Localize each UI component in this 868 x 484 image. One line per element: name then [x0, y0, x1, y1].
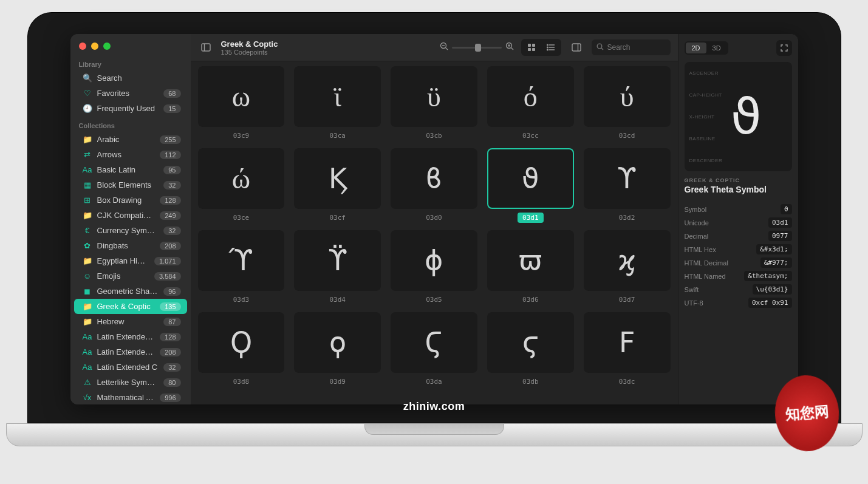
meta-key: Unicode — [685, 219, 709, 227]
folder-icon: ▦ — [83, 180, 92, 189]
sidebar-item-dingbats[interactable]: ✿ Dingbats 208 — [74, 238, 187, 253]
glyph-grid-container[interactable]: ω 03c9ϊ 03caϋ 03cbό 03ccύ 03cdώ 03ceϏ 03… — [191, 61, 678, 404]
sidebar-item-cjk-compatibility[interactable]: 📁 CJK Compatibility 249 — [74, 208, 187, 223]
glyph-tile[interactable]: ϙ — [294, 312, 381, 373]
zoom-slider[interactable] — [440, 42, 514, 53]
glyph-tile[interactable]: ϋ — [391, 66, 477, 127]
close-button[interactable] — [79, 43, 86, 50]
glyph-tile[interactable]: ϗ — [584, 230, 671, 291]
glyph-tile[interactable]: Ϝ — [584, 312, 671, 373]
search-box[interactable] — [592, 39, 671, 55]
glyph-tile[interactable]: ϊ — [294, 66, 381, 127]
list-view-button[interactable] — [542, 40, 560, 55]
sidebar-item-basic-latin[interactable]: Aa Basic Latin 95 — [74, 162, 187, 177]
folder-icon: € — [83, 226, 92, 235]
sidebar-item-box-drawing[interactable]: ⊞ Box Drawing 128 — [74, 193, 187, 208]
glyph-code: 03d4 — [324, 295, 350, 305]
preview-mode-segment: 2D 3D — [685, 41, 728, 55]
glyph-code: 03ca — [324, 131, 350, 141]
glyph-tile[interactable]: ω — [198, 66, 285, 127]
toolbar-title: Greek & Coptic 135 Codepoints — [221, 39, 278, 56]
glyph-tile[interactable]: ό — [487, 66, 574, 127]
preview-glyph: ϑ — [731, 87, 762, 146]
zoom-in-icon[interactable] — [505, 42, 514, 53]
meta-key: HTML Named — [685, 273, 726, 280]
meta-value[interactable]: 0xcf 0x91 — [748, 298, 792, 308]
preview-3d-button[interactable]: 3D — [706, 43, 727, 53]
glyph-tile[interactable]: ϐ — [391, 148, 477, 209]
sidebar-item-favorites[interactable]: ♡ Favorites 68 — [74, 86, 187, 101]
glyph-tile[interactable]: ϒ — [584, 148, 671, 209]
grid-view-button[interactable] — [522, 40, 541, 55]
glyph-code: 03dc — [614, 377, 640, 387]
sidebar-item-badge: 255 — [160, 135, 180, 144]
maximize-button[interactable] — [103, 43, 111, 50]
sidebar-item-label: CJK Compatibility — [97, 211, 155, 220]
sidebar-item-letterlike-symbols[interactable]: ⚠ Letterlike Symbols 80 — [74, 375, 187, 390]
sidebar-item-badge: 208 — [160, 348, 180, 356]
sidebar-item-mathematical-alphanu-[interactable]: √x Mathematical Alphanu… 996 — [74, 390, 187, 404]
laptop-base — [6, 423, 863, 446]
sidebar-item-arrows[interactable]: ⇄ Arrows 112 — [74, 147, 187, 162]
subtitle-text: 135 Codepoints — [221, 49, 278, 56]
minimize-button[interactable] — [91, 43, 98, 50]
watermark-text: zhiniw.com — [403, 400, 465, 413]
glyph-tile[interactable]: ύ — [584, 66, 671, 127]
glyph-tile[interactable]: ϑ — [487, 148, 574, 209]
sidebar-item-latin-extended-b[interactable]: Aa Latin Extended B 208 — [74, 344, 187, 360]
preview-2d-button[interactable]: 2D — [686, 43, 706, 53]
metric-label: CAP-HEIGHT — [689, 92, 723, 98]
meta-value[interactable]: 03d1 — [768, 217, 792, 228]
sidebar-icon: ♡ — [83, 89, 92, 98]
sidebar-item-arabic[interactable]: 📁 Arabic 255 — [74, 132, 187, 147]
toggle-sidebar-button[interactable] — [198, 39, 214, 55]
sidebar-item-block-elements[interactable]: ▦ Block Elements 32 — [74, 177, 187, 193]
meta-row: Swift \u{03d1} — [685, 284, 792, 295]
sidebar-item-latin-extended-c[interactable]: Aa Latin Extended C 32 — [74, 360, 187, 375]
slider-thumb[interactable] — [475, 44, 481, 52]
sidebar-item-emojis[interactable]: ☺ Emojis 3.584 — [74, 268, 187, 284]
sidebar-item-badge: 32 — [163, 181, 180, 189]
sidebar-item-egyptian-hieroglyphs[interactable]: 📁 Egyptian Hieroglyphs 1.071 — [74, 253, 187, 268]
sidebar-item-search[interactable]: 🔍 Search — [74, 70, 187, 86]
glyph-tile[interactable]: ϕ — [391, 230, 477, 291]
folder-icon: ☺ — [83, 271, 92, 281]
glyph-tile[interactable]: ϓ — [198, 230, 285, 291]
glyph-tile[interactable]: Ϛ — [391, 312, 477, 373]
glyph-tile[interactable]: ϖ — [487, 230, 574, 291]
sidebar-item-label: Box Drawing — [97, 196, 155, 205]
glyph-cell: ϐ 03d0 — [391, 148, 477, 223]
meta-value[interactable]: \u{03d1} — [753, 284, 792, 295]
meta-value[interactable]: &#x3d1; — [756, 244, 791, 254]
search-input[interactable] — [607, 43, 666, 52]
expand-preview-button[interactable] — [776, 40, 792, 56]
glyph-code: 03da — [421, 377, 447, 387]
glyph-tile[interactable]: ώ — [198, 148, 285, 209]
slider-track[interactable] — [452, 47, 502, 49]
sidebar-item-currency-symbols[interactable]: € Currency Symbols 32 — [74, 223, 187, 238]
sidebar-item-frequently-used[interactable]: 🕘 Frequently Used 15 — [74, 101, 187, 116]
meta-value[interactable]: 0977 — [768, 231, 792, 241]
meta-value[interactable]: &#977; — [760, 257, 792, 268]
inspector-category: GREEK & COPTIC — [685, 177, 792, 183]
sidebar-item-geometric-shapes[interactable]: ◼ Geometric Shapes 96 — [74, 284, 187, 299]
meta-value[interactable]: &thetasym; — [744, 271, 791, 281]
sidebar-item-hebrew[interactable]: 📁 Hebrew 87 — [74, 314, 187, 329]
sidebar-item-label: Search — [97, 73, 181, 83]
meta-value[interactable]: ϑ — [781, 204, 792, 214]
glyph-tile[interactable]: Ϙ — [198, 312, 285, 373]
glyph-code: 03ce — [228, 213, 255, 223]
meta-row: HTML Named &thetasym; — [685, 271, 792, 281]
toggle-inspector-button[interactable] — [569, 39, 584, 55]
glyph-tile[interactable]: ϛ — [487, 312, 574, 373]
glyph-tile[interactable]: ϔ — [294, 230, 381, 291]
sidebar-item-greek-coptic[interactable]: 📁 Greek & Coptic 135 — [74, 299, 187, 314]
sidebar-item-badge: 96 — [163, 287, 180, 296]
metric-label: BASELINE — [689, 136, 723, 141]
zoom-out-icon[interactable] — [440, 42, 448, 53]
svg-line-3 — [445, 48, 448, 50]
metric-label: X-HEIGHT — [689, 114, 723, 120]
sidebar-item-label: Dingbats — [97, 241, 155, 250]
sidebar-item-latin-extended-a[interactable]: Aa Latin Extended A 128 — [74, 329, 187, 344]
glyph-tile[interactable]: Ϗ — [294, 148, 381, 209]
